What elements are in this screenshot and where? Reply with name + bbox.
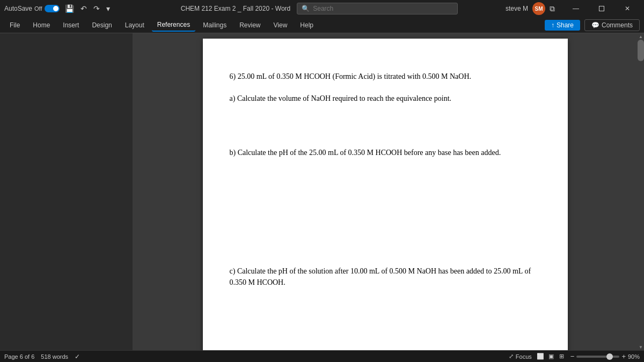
ribbon-right: ↑ Share 💬 Comments <box>545 19 640 31</box>
tab-help[interactable]: Help <box>295 19 319 31</box>
save-icon[interactable]: 💾 <box>63 3 76 14</box>
close-button[interactable]: ✕ <box>615 0 640 17</box>
search-icon: 🔍 <box>302 5 310 12</box>
zoom-slider-thumb <box>606 353 613 360</box>
question-6-block: 6) 25.00 mL of 0.350 M HCOOH (Formic Aci… <box>230 71 541 288</box>
title-bar-right: steve M SM ⧉ — ✕ <box>506 0 640 17</box>
minimize-button[interactable]: — <box>564 0 588 17</box>
title-center: CHEM 212 Exam 2 _ Fall 2020 - Word 🔍 <box>136 3 502 14</box>
share-icon: ↑ <box>551 21 554 29</box>
autosave-label: AutoSave Off <box>4 5 60 12</box>
scrollbar-track[interactable] <box>638 40 644 344</box>
restore-box-icon <box>599 6 604 11</box>
restore-icon[interactable]: ⧉ <box>550 4 555 13</box>
word-count: 518 words <box>41 353 68 360</box>
tab-view[interactable]: View <box>268 19 293 31</box>
zoom-minus-button[interactable]: − <box>570 352 575 360</box>
zoom-plus-button[interactable]: + <box>621 352 626 360</box>
tab-file[interactable]: File <box>4 19 25 31</box>
tab-references[interactable]: References <box>152 19 195 32</box>
customize-icon[interactable]: ▾ <box>104 3 112 14</box>
title-bar-icons: 💾 ↶ ↷ ▾ <box>63 3 112 14</box>
share-button[interactable]: ↑ Share <box>545 20 580 31</box>
title-bar-left: AutoSave Off 💾 ↶ ↷ ▾ <box>4 3 133 14</box>
zoom-percent: 90% <box>628 353 640 360</box>
tab-design[interactable]: Design <box>86 19 117 31</box>
status-bar: Page 6 of 6 518 words ✓ ⤢ Focus ⬜ ▣ ⊞ − … <box>0 350 644 362</box>
tab-home[interactable]: Home <box>27 19 55 31</box>
tab-mailings[interactable]: Mailings <box>197 19 232 31</box>
title-bar: AutoSave Off 💾 ↶ ↷ ▾ CHEM 212 Exam 2 _ F… <box>0 0 644 17</box>
tab-review[interactable]: Review <box>234 19 266 31</box>
question-6-part-b: b) Calculate the pH of the 25.00 mL of 0… <box>230 147 541 158</box>
print-layout-icon[interactable]: ⬜ <box>536 352 545 361</box>
left-sidebar <box>0 33 133 350</box>
vertical-scrollbar[interactable]: ▲ ▼ <box>638 33 644 350</box>
page-content: 6) 25.00 mL of 0.350 M HCOOH (Formic Aci… <box>230 71 541 288</box>
proofread-icon[interactable]: ✓ <box>75 353 80 360</box>
autosave-toggle[interactable] <box>45 5 60 12</box>
search-box[interactable]: 🔍 <box>297 3 458 14</box>
scroll-down-arrow[interactable]: ▼ <box>638 344 644 350</box>
question-6-intro: 6) 25.00 mL of 0.350 M HCOOH (Formic Aci… <box>230 71 541 82</box>
autosave-off: Off <box>34 5 42 12</box>
focus-icon: ⤢ <box>509 353 514 360</box>
document-area[interactable]: 6) 25.00 mL of 0.350 M HCOOH (Formic Aci… <box>133 33 638 350</box>
tab-insert[interactable]: Insert <box>57 19 84 31</box>
autosave-text: AutoSave <box>4 5 32 12</box>
redo-icon[interactable]: ↷ <box>91 3 102 14</box>
status-left: Page 6 of 6 518 words ✓ <box>4 353 80 360</box>
page-info: Page 6 of 6 <box>4 353 34 360</box>
zoom-controls: − + 90% <box>570 352 640 360</box>
scrollbar-thumb[interactable] <box>638 40 644 61</box>
undo-icon[interactable]: ↶ <box>78 3 89 14</box>
comment-icon: 💬 <box>591 21 599 29</box>
reader-icon[interactable]: ⊞ <box>558 352 566 361</box>
question-6-part-a: a) Calculate the volume of NaOH required… <box>230 93 541 104</box>
search-input[interactable] <box>313 5 453 12</box>
user-name: steve M <box>506 5 528 12</box>
doc-title: CHEM 212 Exam 2 _ Fall 2020 - Word <box>181 5 291 12</box>
zoom-slider[interactable] <box>576 356 619 358</box>
status-right: ⤢ Focus ⬜ ▣ ⊞ − + 90% <box>509 352 640 361</box>
avatar: SM <box>532 2 545 15</box>
comments-button[interactable]: 💬 Comments <box>584 19 640 31</box>
scroll-up-arrow[interactable]: ▲ <box>638 33 644 40</box>
question-6-part-c: c) Calculate the pH of the solution afte… <box>230 265 541 288</box>
view-icons: ⬜ ▣ ⊞ <box>536 352 566 361</box>
main-area: 6) 25.00 mL of 0.350 M HCOOH (Formic Aci… <box>0 33 644 350</box>
document-page: 6) 25.00 mL of 0.350 M HCOOH (Formic Aci… <box>203 39 568 350</box>
autosave-toggle-dot <box>53 6 58 11</box>
web-layout-icon[interactable]: ▣ <box>547 352 555 361</box>
window-controls: — ✕ <box>564 0 640 17</box>
restore-button[interactable] <box>589 0 614 17</box>
ribbon: File Home Insert Design Layout Reference… <box>0 17 644 33</box>
tab-layout[interactable]: Layout <box>120 19 150 31</box>
focus-button[interactable]: ⤢ Focus <box>509 353 532 360</box>
